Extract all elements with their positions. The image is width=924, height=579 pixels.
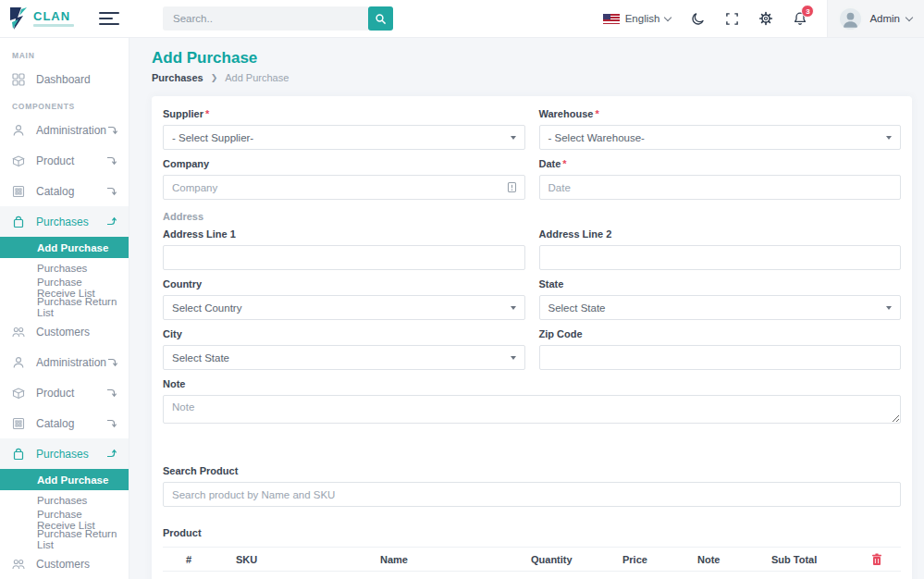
caret-down-icon — [886, 306, 892, 310]
menu-toggle-icon[interactable] — [99, 12, 119, 26]
product-table-total-row: Total 0.00 — [163, 572, 901, 579]
zip-code-label: Zip Code — [539, 328, 902, 340]
sidebar-item-label: Product — [36, 387, 105, 400]
product-section-heading: Product — [163, 527, 901, 539]
collapsed-arrow-icon — [105, 387, 117, 399]
address-line-1-input[interactable] — [163, 245, 525, 270]
sidebar-subitem-purchase-return-list-2[interactable]: Purchase Return List — [0, 529, 129, 548]
sidebar-item-label: Customers — [36, 558, 117, 571]
state-field-group: State Select State — [539, 278, 902, 320]
breadcrumb-purchases[interactable]: Purchases — [152, 72, 203, 83]
sidebar-subitem-purchase-receive-list-2[interactable]: Purchase Receive List — [0, 510, 129, 529]
col-number: # — [163, 554, 236, 565]
search-product-label: Search Product — [163, 465, 901, 477]
sidebar-item-label: Purchases — [36, 216, 105, 228]
date-input[interactable] — [539, 175, 902, 200]
sidebar-item-label: Purchases — [36, 448, 105, 461]
search-product-input[interactable] — [163, 482, 901, 507]
user-icon — [840, 8, 861, 30]
country-label: Country — [163, 278, 525, 290]
sidebar-subitem-purchases[interactable]: Purchases — [0, 258, 129, 277]
form-grid: Supplier* - Select Supplier- Warehouse* … — [163, 108, 901, 436]
caret-down-icon — [511, 356, 516, 360]
address-line-2-input[interactable] — [539, 245, 902, 270]
user-menu[interactable]: Admin — [827, 0, 924, 37]
sidebar-item-customers-2[interactable]: Customers — [0, 548, 129, 579]
purchases-icon — [11, 447, 26, 462]
catalog-icon — [11, 416, 26, 431]
topbar: CLAN English — [0, 0, 924, 38]
sidebar-item-label: Customers — [36, 326, 117, 339]
sidebar-item-administration-2[interactable]: Administration — [0, 347, 129, 377]
supplier-select-value: - Select Supplier- — [172, 132, 253, 143]
sidebar-item-purchases[interactable]: Purchases — [0, 206, 129, 237]
collapsed-arrow-icon — [106, 356, 118, 368]
sidebar-subitem-add-purchase-2[interactable]: Add Purchase — [0, 469, 129, 490]
notification-badge: 3 — [801, 5, 814, 18]
collapsed-arrow-icon — [106, 124, 118, 136]
zip-code-input[interactable] — [539, 345, 902, 370]
sidebar-item-dashboard[interactable]: Dashboard — [0, 64, 129, 94]
sidebar-item-product[interactable]: Product — [0, 145, 129, 176]
sidebar-item-customers[interactable]: Customers — [0, 316, 129, 347]
sidebar-item-label: Catalog — [36, 417, 105, 430]
sidebar-item-label: Administration — [36, 356, 106, 369]
city-select[interactable]: Select State — [163, 345, 525, 370]
sidebar-subitem-purchase-return-list[interactable]: Purchase Return List — [0, 297, 129, 316]
sidebar-item-administration[interactable]: Administration — [0, 115, 129, 145]
add-purchase-form-card: Supplier* - Select Supplier- Warehouse* … — [152, 96, 912, 579]
caret-down-icon — [511, 136, 516, 140]
col-quantity: Quantity — [531, 554, 622, 565]
notifications-button[interactable]: 3 — [793, 11, 807, 26]
brand-logo[interactable]: CLAN — [8, 6, 74, 31]
fullscreen-button[interactable] — [725, 12, 739, 26]
sidebar-item-purchases-2[interactable]: Purchases — [0, 438, 129, 469]
brand-name: CLAN — [33, 11, 74, 22]
country-select[interactable]: Select Country — [163, 295, 525, 320]
sidebar-item-catalog[interactable]: Catalog — [0, 176, 129, 206]
sidebar-subitem-purchases-2[interactable]: Purchases — [0, 490, 129, 510]
address-line-1-label: Address Line 1 — [163, 228, 525, 240]
dark-mode-toggle[interactable] — [691, 11, 706, 26]
product-icon — [11, 154, 26, 168]
customers-icon — [11, 557, 26, 572]
collapsed-arrow-icon — [105, 154, 117, 166]
settings-button[interactable] — [758, 11, 773, 26]
search-button[interactable] — [368, 6, 393, 31]
sidebar-subitem-purchase-receive-list[interactable]: Purchase Receive List — [0, 277, 129, 297]
supplier-select[interactable]: - Select Supplier- — [163, 125, 525, 150]
sidebar-section-main: MAIN — [0, 43, 129, 64]
topbar-actions: English — [603, 0, 924, 37]
address-line-1-field-group: Address Line 1 — [163, 228, 525, 270]
state-select[interactable]: Select State — [539, 295, 902, 320]
search-input[interactable] — [163, 6, 368, 31]
note-field-group: Note — [163, 378, 901, 427]
state-select-value: Select State — [548, 302, 606, 314]
catalog-icon — [11, 184, 26, 199]
company-input[interactable] — [163, 175, 525, 200]
zip-code-field-group: Zip Code — [539, 328, 902, 370]
product-table-header: # SKU Name Quantity Price Note Sub Total — [163, 547, 901, 572]
state-label: State — [539, 278, 902, 290]
country-field-group: Country Select Country — [163, 278, 525, 320]
trash-icon — [871, 553, 882, 566]
collapsed-arrow-icon — [105, 417, 117, 429]
sidebar-subitem-add-purchase[interactable]: Add Purchase — [0, 237, 129, 258]
language-selector[interactable]: English — [603, 13, 671, 24]
required-mark: * — [595, 108, 598, 119]
delete-all-rows-button[interactable] — [871, 553, 901, 566]
sidebar-item-label: Dashboard — [36, 73, 117, 86]
sidebar-item-catalog-2[interactable]: Catalog — [0, 408, 129, 438]
sidebar-item-label: Product — [36, 154, 105, 167]
us-flag-icon — [603, 14, 620, 24]
expanded-arrow-icon — [105, 448, 117, 460]
search-product-field-group: Search Product — [163, 465, 901, 507]
sidebar-section-components: COMPONENTS — [0, 94, 129, 115]
warehouse-select[interactable]: - Select Warehouse- — [539, 125, 902, 150]
main-content: Add Purchase Purchases ❯ Add Purchase Su… — [129, 38, 924, 579]
note-textarea[interactable] — [163, 395, 901, 424]
sidebar-item-product-2[interactable]: Product — [0, 377, 129, 408]
administration-icon — [11, 355, 26, 370]
purchases-icon — [11, 215, 26, 229]
city-select-value: Select State — [172, 352, 229, 363]
